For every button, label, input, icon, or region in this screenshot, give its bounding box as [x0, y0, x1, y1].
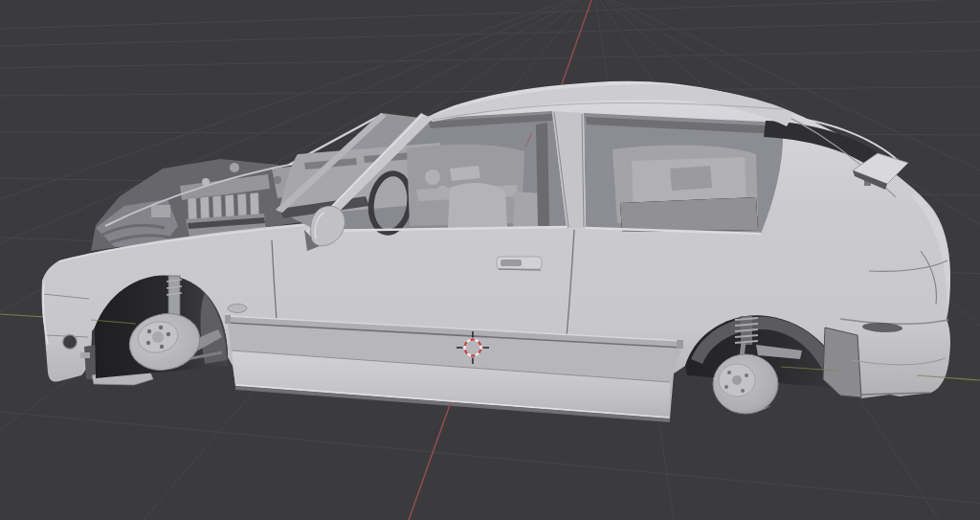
rear-seat: [620, 197, 758, 232]
viewport-3d[interactable]: [0, 0, 980, 520]
front-seat: [448, 183, 507, 228]
fog-light-hole: [63, 335, 78, 350]
side-indicator: [228, 305, 247, 313]
